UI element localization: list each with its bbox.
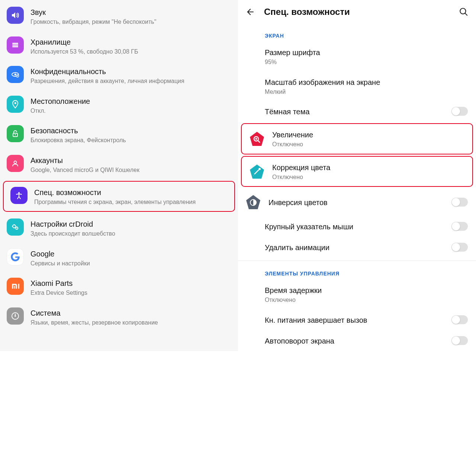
- item-title: Аккаунты: [30, 156, 231, 165]
- back-icon[interactable]: [245, 7, 255, 17]
- item-subtitle: Разрешения, действия в аккаунте, личная …: [30, 77, 231, 85]
- item-text: Кн. питания завершает вызов: [265, 315, 445, 325]
- item-subtitle: Языки, время, жесты, резервное копирован…: [30, 319, 231, 327]
- item-text: Инверсия цветов: [268, 197, 445, 207]
- item-title: Google: [30, 249, 231, 259]
- item-title: Размер шрифта: [265, 48, 468, 57]
- item-subtitle: Блокировка экрана, Фейсконтроль: [30, 136, 231, 144]
- svg-point-16: [15, 315, 16, 317]
- item-title: Xiaomi Parts: [30, 278, 231, 288]
- settings-main-list: Звук Громкость, вибрация, режим "Не бесп…: [0, 0, 238, 351]
- item-text: Тёмная тема: [265, 106, 445, 117]
- item-subtitle: Откл.: [30, 107, 231, 115]
- item-title: Инверсия цветов: [268, 198, 445, 207]
- toggle-remove-animations[interactable]: [451, 243, 468, 252]
- search-icon[interactable]: [459, 7, 469, 17]
- item-color-correction[interactable]: Коррекция цвета Отключено: [241, 156, 473, 187]
- item-subtitle: Отключено: [265, 296, 468, 304]
- page-title: Спец. возможности: [264, 7, 450, 17]
- item-title: Время задержки: [265, 285, 468, 295]
- item-text: Местоположение Откл.: [30, 96, 231, 115]
- item-subtitle: Отключено: [272, 173, 464, 181]
- magnification-icon: [248, 130, 266, 147]
- item-title: Крупный указатель мыши: [265, 222, 445, 232]
- item-title: Безопасность: [30, 126, 231, 135]
- item-auto-rotate[interactable]: Автоповорот экрана: [238, 330, 476, 351]
- item-display-scale[interactable]: Масштаб изображения на экране Мелкий: [238, 71, 476, 101]
- toggle-power-end-call[interactable]: [451, 315, 468, 324]
- item-text: Спец. возможности Программы чтения с экр…: [34, 187, 228, 206]
- privacy-icon: [7, 66, 24, 83]
- security-icon: [7, 125, 24, 142]
- item-title: Звук: [30, 7, 231, 17]
- item-delay-time[interactable]: Время задержки Отключено: [238, 280, 476, 309]
- settings-item-crdroid[interactable]: Настройки crDroid Здесь происходит волше…: [0, 213, 238, 243]
- item-subtitle: 95%: [265, 58, 468, 66]
- color-correction-icon: [248, 163, 266, 180]
- xiaomi-icon: [7, 278, 24, 295]
- settings-item-xiaomi[interactable]: Xiaomi Parts Extra Device Settings: [0, 272, 238, 302]
- item-title: Автоповорот экрана: [265, 336, 445, 346]
- item-remove-animations[interactable]: Удалить анимации: [238, 237, 476, 258]
- settings-item-accounts[interactable]: Аккаунты Google, Vanced microG и QIWI Ко…: [0, 150, 238, 179]
- svg-point-27: [258, 168, 261, 170]
- toggle-dark-theme[interactable]: [451, 107, 468, 116]
- item-text: Крупный указатель мыши: [265, 221, 445, 232]
- color-inversion-icon: [245, 194, 262, 211]
- item-title: Удалить анимации: [265, 243, 445, 252]
- item-text: Безопасность Блокировка экрана, Фейсконт…: [30, 125, 231, 144]
- item-font-size[interactable]: Размер шрифта 95%: [238, 42, 476, 71]
- item-text: Хранилище Используется 53 %, свободно 30…: [30, 36, 231, 56]
- section-header-screen: ЭКРАН: [238, 26, 476, 42]
- accessibility-panel: Спец. возможности ЭКРАН Размер шрифта 95…: [238, 0, 476, 351]
- svg-rect-17: [15, 314, 16, 315]
- item-text: Размер шрифта 95%: [265, 47, 468, 66]
- toggle-large-cursor[interactable]: [451, 222, 468, 231]
- item-text: Xiaomi Parts Extra Device Settings: [30, 278, 231, 297]
- svg-point-11: [18, 192, 20, 194]
- svg-rect-2: [12, 46, 18, 47]
- system-icon: [7, 307, 24, 325]
- item-text: Конфиденциальность Разрешения, действия …: [30, 66, 231, 85]
- svg-point-10: [14, 161, 17, 163]
- item-text: Google Сервисы и настройки: [30, 248, 231, 268]
- item-title: Система: [30, 308, 231, 318]
- item-text: Аккаунты Google, Vanced microG и QIWI Ко…: [30, 155, 231, 174]
- storage-icon: [7, 36, 24, 54]
- toggle-auto-rotate[interactable]: [451, 336, 468, 345]
- item-subtitle: Extra Device Settings: [30, 289, 231, 297]
- item-power-end-call[interactable]: Кн. питания завершает вызов: [238, 309, 476, 330]
- settings-item-sound[interactable]: Звук Громкость, вибрация, режим "Не бесп…: [0, 1, 238, 31]
- item-title: Коррекция цвета: [272, 163, 464, 172]
- section-header-controls: ЭЛЕМЕНТЫ УПРАВЛЕНИЯ: [238, 264, 476, 280]
- svg-point-13: [16, 227, 18, 229]
- sound-icon: [7, 7, 24, 24]
- item-subtitle: Мелкий: [265, 88, 468, 96]
- settings-item-location[interactable]: Местоположение Откл.: [0, 90, 238, 120]
- item-title: Кн. питания завершает вызов: [265, 315, 445, 325]
- item-color-inversion[interactable]: Инверсия цветов: [238, 188, 476, 216]
- item-dark-theme[interactable]: Тёмная тема: [238, 101, 476, 122]
- item-title: Масштаб изображения на экране: [265, 77, 468, 87]
- crdroid-icon: [7, 218, 24, 236]
- settings-item-privacy[interactable]: Конфиденциальность Разрешения, действия …: [0, 61, 238, 90]
- settings-item-accessibility[interactable]: Спец. возможности Программы чтения с экр…: [3, 181, 235, 212]
- item-large-cursor[interactable]: Крупный указатель мыши: [238, 216, 476, 237]
- svg-rect-6: [17, 76, 18, 77]
- toggle-color-inversion[interactable]: [451, 198, 468, 207]
- svg-line-19: [465, 13, 467, 16]
- item-title: Тёмная тема: [265, 107, 445, 117]
- item-text: Система Языки, время, жесты, резервное к…: [30, 307, 231, 327]
- svg-rect-14: [14, 286, 15, 289]
- settings-item-storage[interactable]: Хранилище Используется 53 %, свободно 30…: [0, 31, 238, 61]
- item-magnification[interactable]: Увеличение Отключено: [241, 123, 473, 154]
- settings-item-google[interactable]: Google Сервисы и настройки: [0, 243, 238, 273]
- settings-item-system[interactable]: Система Языки, время, жесты, резервное к…: [0, 302, 238, 332]
- settings-item-security[interactable]: Безопасность Блокировка экрана, Фейсконт…: [0, 120, 238, 150]
- item-subtitle: Сервисы и настройки: [30, 259, 231, 268]
- item-title: Спец. возможности: [34, 188, 228, 197]
- accessibility-icon: [10, 187, 28, 204]
- item-text: Масштаб изображения на экране Мелкий: [265, 77, 468, 96]
- item-text: Настройки crDroid Здесь происходит волше…: [30, 218, 231, 238]
- svg-point-9: [15, 134, 16, 135]
